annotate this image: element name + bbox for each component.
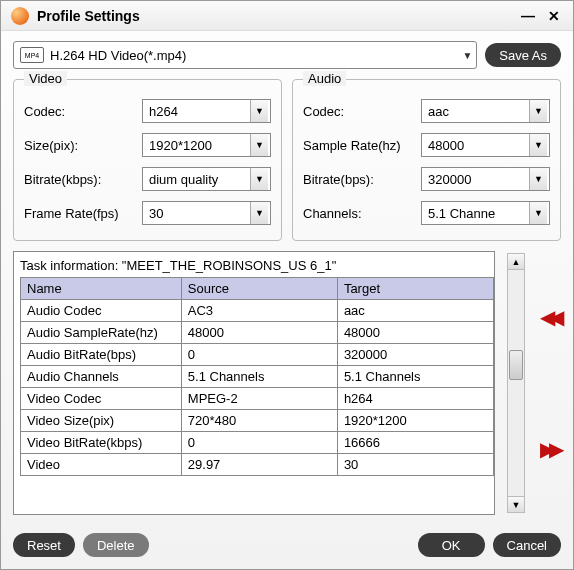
video-fps-select[interactable]: 30 ▼ — [142, 201, 271, 225]
minimize-button[interactable]: — — [519, 7, 537, 25]
delete-button[interactable]: Delete — [83, 533, 149, 557]
table-row[interactable]: Video CodecMPEG-2h264 — [21, 388, 494, 410]
chevron-down-icon: ▼ — [250, 168, 268, 190]
close-button[interactable]: ✕ — [545, 7, 563, 25]
profile-select[interactable]: MP4 H.264 HD Video(*.mp4) ▼ — [13, 41, 477, 69]
audio-bitrate-label: Bitrate(bps): — [303, 172, 421, 187]
table-row[interactable]: Video Size(pix)720*4801920*1200 — [21, 410, 494, 432]
col-source[interactable]: Source — [181, 278, 337, 300]
audio-channels-label: Channels: — [303, 206, 421, 221]
audio-sample-label: Sample Rate(hz) — [303, 138, 421, 153]
audio-codec-select[interactable]: aac ▼ — [421, 99, 550, 123]
audio-channels-value: 5.1 Channe — [428, 206, 495, 221]
video-fps-label: Frame Rate(fps) — [24, 206, 142, 221]
chevron-down-icon: ▼ — [529, 168, 547, 190]
video-size-value: 1920*1200 — [149, 138, 212, 153]
video-codec-select[interactable]: h264 ▼ — [142, 99, 271, 123]
table-row[interactable]: Video29.9730 — [21, 454, 494, 476]
app-icon — [11, 7, 29, 25]
task-table: Name Source Target Audio CodecAC3aac Aud… — [20, 277, 494, 476]
audio-sample-select[interactable]: 48000 ▼ — [421, 133, 550, 157]
chevron-down-icon: ▼ — [529, 100, 547, 122]
video-size-select[interactable]: 1920*1200 ▼ — [142, 133, 271, 157]
bottom-bar: Reset Delete OK Cancel — [1, 525, 573, 569]
chevron-down-icon: ▼ — [529, 202, 547, 224]
audio-bitrate-select[interactable]: 320000 ▼ — [421, 167, 550, 191]
scroll-thumb[interactable] — [509, 350, 523, 380]
video-codec-label: Codec: — [24, 104, 142, 119]
scroll-up-icon[interactable]: ▲ — [508, 254, 524, 270]
video-codec-value: h264 — [149, 104, 178, 119]
chevron-down-icon: ▼ — [250, 100, 268, 122]
task-area: Task information: "MEET_THE_ROBINSONS_US… — [13, 251, 561, 515]
scroll-track[interactable] — [508, 270, 524, 496]
ok-button[interactable]: OK — [418, 533, 485, 557]
task-panel: Task information: "MEET_THE_ROBINSONS_US… — [13, 251, 495, 515]
video-legend: Video — [24, 71, 67, 86]
video-bitrate-value: dium quality — [149, 172, 218, 187]
settings-row: Video Codec: h264 ▼ Size(pix): 1920*1200… — [1, 75, 573, 251]
col-target[interactable]: Target — [337, 278, 493, 300]
video-fps-value: 30 — [149, 206, 163, 221]
cancel-button[interactable]: Cancel — [493, 533, 561, 557]
side-controls: ▲ ▼ — [501, 251, 531, 515]
audio-codec-label: Codec: — [303, 104, 421, 119]
format-icon: MP4 — [20, 47, 44, 63]
audio-channels-select[interactable]: 5.1 Channe ▼ — [421, 201, 550, 225]
table-row[interactable]: Audio SampleRate(hz)4800048000 — [21, 322, 494, 344]
audio-bitrate-value: 320000 — [428, 172, 471, 187]
audio-legend: Audio — [303, 71, 346, 86]
profile-settings-window: Profile Settings — ✕ MP4 H.264 HD Video(… — [0, 0, 574, 570]
titlebar: Profile Settings — ✕ — [1, 1, 573, 31]
video-bitrate-label: Bitrate(kbps): — [24, 172, 142, 187]
audio-codec-value: aac — [428, 104, 449, 119]
table-row[interactable]: Audio Channels5.1 Channels5.1 Channels — [21, 366, 494, 388]
next-task-button[interactable]: ▶▶ — [540, 439, 558, 459]
video-group: Video Codec: h264 ▼ Size(pix): 1920*1200… — [13, 79, 282, 241]
video-size-label: Size(pix): — [24, 138, 142, 153]
reset-button[interactable]: Reset — [13, 533, 75, 557]
chevron-down-icon: ▼ — [529, 134, 547, 156]
window-title: Profile Settings — [37, 8, 511, 24]
table-row[interactable]: Audio BitRate(bps)0320000 — [21, 344, 494, 366]
task-info-label: Task information: "MEET_THE_ROBINSONS_US… — [20, 258, 494, 273]
audio-sample-value: 48000 — [428, 138, 464, 153]
profile-select-label: H.264 HD Video(*.mp4) — [50, 48, 186, 63]
audio-group: Audio Codec: aac ▼ Sample Rate(hz) 48000… — [292, 79, 561, 241]
chevron-down-icon: ▼ — [250, 134, 268, 156]
prev-task-button[interactable]: ◀◀ — [540, 307, 558, 327]
save-as-button[interactable]: Save As — [485, 43, 561, 67]
table-row[interactable]: Video BitRate(kbps)016666 — [21, 432, 494, 454]
video-bitrate-select[interactable]: dium quality ▼ — [142, 167, 271, 191]
scroll-down-icon[interactable]: ▼ — [508, 496, 524, 512]
chevron-down-icon: ▼ — [250, 202, 268, 224]
vertical-scrollbar[interactable]: ▲ ▼ — [507, 253, 525, 513]
table-row[interactable]: Audio CodecAC3aac — [21, 300, 494, 322]
chevron-down-icon: ▼ — [462, 50, 472, 61]
top-row: MP4 H.264 HD Video(*.mp4) ▼ Save As — [1, 31, 573, 75]
col-name[interactable]: Name — [21, 278, 182, 300]
